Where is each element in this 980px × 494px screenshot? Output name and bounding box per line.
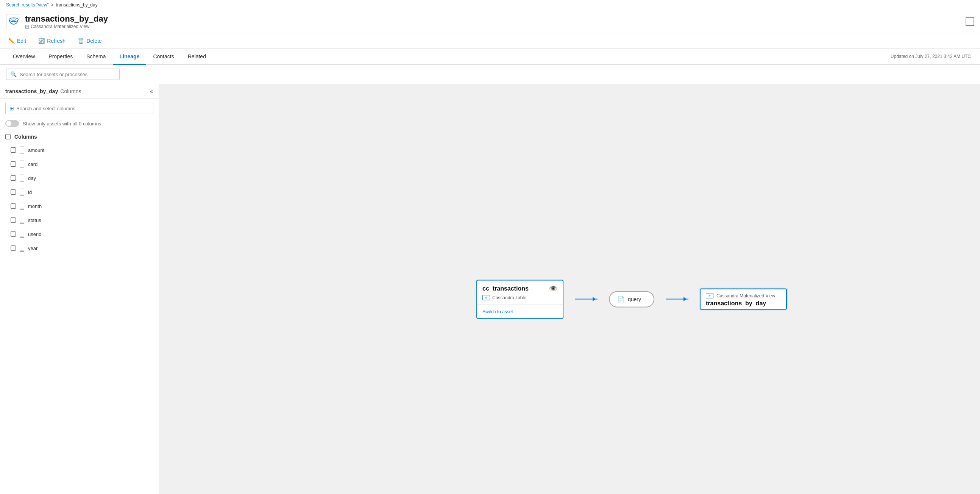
tab-schema[interactable]: Schema [80, 49, 113, 65]
breadcrumb-link[interactable]: Search results "view" [6, 2, 49, 8]
switch-to-asset-link[interactable]: Switch to asset [482, 309, 513, 314]
column-type-icon [20, 203, 24, 209]
target-node-info: ≋ Cassandra Materialized View transactio… [706, 293, 775, 307]
column-search-wrapper[interactable]: ⊞ [5, 103, 153, 114]
search-bar-area: 🔍 [0, 65, 980, 84]
lineage-canvas: cc_transactions 👁️ ≋ Cassandra Table Swi… [159, 84, 980, 494]
refresh-button[interactable]: 🔄 Refresh [36, 37, 68, 45]
column-checkbox[interactable] [11, 245, 16, 251]
tabs-list: OverviewPropertiesSchemaLineageContactsR… [6, 49, 213, 64]
source-node-header: cc_transactions 👁️ [477, 280, 563, 295]
toggle-label: Show only assets with all 0 columns [23, 121, 101, 126]
column-checkbox[interactable] [11, 190, 16, 195]
column-checkbox[interactable] [11, 217, 16, 223]
list-item[interactable]: id [0, 185, 159, 199]
tab-properties[interactable]: Properties [41, 49, 80, 65]
column-type-icon [20, 147, 24, 153]
cassandra-small-logo: ≋ [482, 295, 490, 300]
arrow-2 [666, 299, 689, 300]
tab-overview[interactable]: Overview [6, 49, 41, 65]
tab-related[interactable]: Related [181, 49, 213, 65]
column-checkbox[interactable] [11, 175, 16, 181]
panel-title-group: transactions_by_day Columns [5, 88, 81, 94]
column-name: card [28, 161, 38, 167]
toggle-row: Show only assets with all 0 columns [0, 118, 159, 131]
refresh-icon: 🔄 [38, 38, 45, 44]
column-name: id [28, 190, 32, 195]
delete-button[interactable]: 🗑️ Delete [75, 37, 104, 45]
lineage-diagram: cc_transactions 👁️ ≋ Cassandra Table Swi… [476, 280, 787, 319]
panels-row: transactions_by_day Columns « ⊞ Show onl… [0, 84, 980, 494]
arrow-line-1 [575, 299, 598, 300]
column-name: year [28, 245, 38, 251]
list-item[interactable]: month [0, 199, 159, 213]
tab-contacts[interactable]: Contacts [146, 49, 181, 65]
asset-type: Cassandra Materialized View [31, 24, 89, 29]
column-type-icon [20, 245, 24, 252]
column-checkbox[interactable] [11, 204, 16, 209]
svg-point-0 [9, 18, 18, 22]
column-search-input[interactable] [16, 106, 149, 112]
edit-label: Edit [17, 38, 26, 44]
toolbar: ✏️ Edit 🔄 Refresh 🗑️ Delete [0, 33, 980, 49]
content-area: 🔍 transactions_by_day Columns « ⊞ Show o… [0, 65, 980, 494]
table-icon: ▤ [25, 24, 29, 29]
view-icon[interactable]: 👁️ [549, 284, 557, 292]
cassandra-logo [6, 14, 21, 29]
target-node[interactable]: ≋ Cassandra Materialized View transactio… [700, 288, 787, 310]
list-item[interactable]: amount [0, 143, 159, 157]
source-node-footer: Switch to asset [477, 306, 563, 318]
search-icon: 🔍 [10, 71, 17, 77]
svg-point-1 [12, 19, 16, 21]
column-type-icon [20, 161, 24, 167]
source-node[interactable]: cc_transactions 👁️ ≋ Cassandra Table Swi… [476, 280, 563, 319]
filter-toggle[interactable] [5, 120, 19, 127]
column-name: month [28, 204, 41, 209]
delete-label: Delete [86, 38, 102, 44]
target-node-supertitle: Cassandra Materialized View [716, 293, 775, 298]
target-node-header: ≋ Cassandra Materialized View transactio… [700, 289, 786, 309]
delete-icon: 🗑️ [78, 38, 84, 44]
filter-icon: ⊞ [10, 105, 14, 112]
list-item[interactable]: status [0, 213, 159, 227]
asset-title: transactions_by_day [25, 14, 108, 24]
select-all-checkbox[interactable] [5, 134, 11, 139]
column-name: userid [28, 231, 41, 237]
target-node-title: transactions_by_day [706, 300, 766, 306]
page-header: transactions_by_day ▤ Cassandra Material… [0, 10, 980, 33]
list-item[interactable]: year [0, 241, 159, 255]
search-input[interactable] [20, 72, 116, 77]
columns-header-label: Columns [14, 134, 37, 140]
tab-lineage[interactable]: Lineage [113, 49, 146, 65]
column-checkbox[interactable] [11, 231, 16, 237]
collapse-panel-button[interactable]: « [150, 88, 153, 95]
column-type-icon [20, 175, 24, 182]
column-checkbox[interactable] [11, 161, 16, 167]
process-label: query [628, 296, 641, 302]
breadcrumb-separator: > [51, 2, 54, 8]
panel-title-main: transactions_by_day [5, 88, 58, 94]
cassandra-small-logo-target: ≋ [706, 293, 713, 298]
tabs-bar: OverviewPropertiesSchemaLineageContactsR… [0, 49, 980, 65]
search-input-wrapper[interactable]: 🔍 [6, 69, 120, 80]
breadcrumb-current: transactions_by_day [56, 2, 98, 8]
asset-info: transactions_by_day ▤ Cassandra Material… [25, 14, 108, 29]
source-node-type: Cassandra Table [492, 295, 527, 300]
list-item[interactable]: userid [0, 227, 159, 241]
list-item[interactable]: card [0, 157, 159, 171]
column-checkbox[interactable] [11, 147, 16, 153]
column-type-icon [20, 217, 24, 223]
edit-button[interactable]: ✏️ Edit [6, 37, 29, 45]
panel-header: transactions_by_day Columns « [0, 84, 159, 99]
node-divider [477, 304, 563, 304]
column-type-icon [20, 231, 24, 237]
process-node[interactable]: 📄 query [609, 291, 654, 307]
column-type-icon [20, 189, 24, 196]
maximize-button[interactable] [966, 18, 974, 26]
updated-timestamp: Updated on July 27, 2021 3:42 AM UTC [891, 54, 974, 59]
asset-subtitle: ▤ Cassandra Materialized View [25, 24, 108, 29]
list-item[interactable]: day [0, 171, 159, 185]
breadcrumb: Search results "view" > transactions_by_… [0, 0, 980, 10]
edit-icon: ✏️ [8, 38, 15, 44]
header-left: transactions_by_day ▤ Cassandra Material… [6, 14, 108, 29]
